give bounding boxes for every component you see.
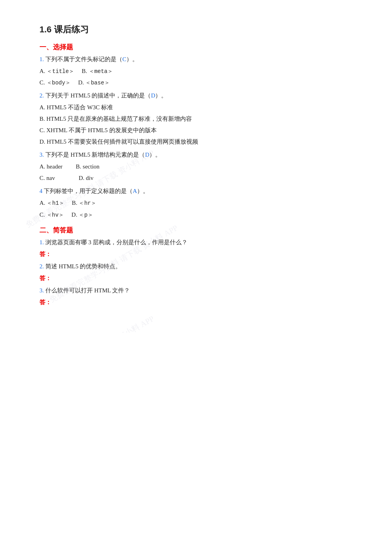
sq1-answer-line: 答：: [39, 249, 360, 260]
q2-opt-b: B. HTML5 只是在原来的基础上规范了标准，没有新增内容: [39, 114, 360, 124]
q2-opt-d: D. HTML5 不需要安装任何插件就可以直接使用网页播放视频: [39, 137, 360, 147]
q1-answer: C: [122, 56, 126, 62]
q4-answer: A: [133, 188, 137, 194]
section1-title: 一、选择题: [39, 43, 360, 52]
sq3-text: 什么软件可以打开 HTML 文件？: [45, 287, 130, 294]
page-container: 免费查看完整学习资料 请下载 资小料 APP 免费查看完整学习资料 请下载 资小…: [0, 0, 392, 333]
q2-opt-a: A. HTML5 不适合 W3C 标准: [39, 102, 360, 113]
q1-text: 下列不属于文件头标记的是（: [45, 56, 122, 62]
question-2: 2. 下列关于 HTML5 的描述中，正确的是（D）。: [39, 90, 360, 101]
q3-text: 下列不是 HTML5 新增结构元素的是（: [45, 152, 145, 158]
short-question-3: 3. 什么软件可以打开 HTML 文件？: [39, 285, 360, 296]
sq1-num: 1.: [39, 239, 44, 245]
question-1: 1. 下列不属于文件头标记的是（C）。: [39, 54, 360, 65]
q3-opt-cd: C. nav D. div: [39, 173, 360, 183]
sq1-answer-label: 答：: [39, 251, 51, 257]
short-question-2: 2. 简述 HTML5 的优势和特点。: [39, 261, 360, 272]
sq1-text: 浏览器页面有哪 3 层构成，分别是什么，作用是什么？: [45, 239, 188, 245]
q3-opt-ab: A. header B. section: [39, 161, 360, 172]
q3-answer: D: [145, 152, 150, 158]
short-question-1: 1. 浏览器页面有哪 3 层构成，分别是什么，作用是什么？: [39, 237, 360, 248]
sq3-answer-line: 答：: [39, 297, 360, 308]
question-4: 4 下列标签中，用于定义标题的是（A）。: [39, 186, 360, 197]
q1-num: 1.: [39, 56, 44, 62]
q2-num: 2.: [39, 92, 44, 99]
sq3-answer-label: 答：: [39, 299, 51, 305]
q4-opt-ab: A. ＜h1＞ B. ＜hr＞: [39, 198, 360, 208]
q4-opt-cd: C. ＜hv＞ D. ＜p＞: [39, 210, 360, 220]
sq2-answer-label: 答：: [39, 275, 51, 281]
q2-text: 下列关于 HTML5 的描述中，正确的是（: [45, 92, 151, 99]
q1-opt-cd: C. ＜body＞ D. ＜base＞: [39, 77, 360, 88]
sq3-num: 3.: [39, 287, 44, 294]
sq2-answer-line: 答：: [39, 273, 360, 284]
watermark-3: 免费查看完整学习资料 请下载 资小料 APP: [24, 313, 156, 333]
main-title: 1.6 课后练习: [39, 24, 360, 36]
question-3: 3. 下列不是 HTML5 新增结构元素的是（D）。: [39, 150, 360, 160]
q2-answer: D: [151, 92, 156, 99]
sq2-num: 2.: [39, 263, 44, 270]
sq2-text: 简述 HTML5 的优势和特点。: [45, 263, 122, 270]
q1-opt-ab: A. ＜title＞ B. ＜meta＞: [39, 66, 360, 77]
q4-text: 下列标签中，用于定义标题的是（: [44, 188, 133, 194]
section2-title: 二、简答题: [39, 226, 360, 235]
q4-num: 4: [39, 188, 43, 194]
q2-opt-c: C. XHTML 不属于 HTML5 的发展史中的版本: [39, 125, 360, 136]
q3-num: 3.: [39, 152, 44, 158]
